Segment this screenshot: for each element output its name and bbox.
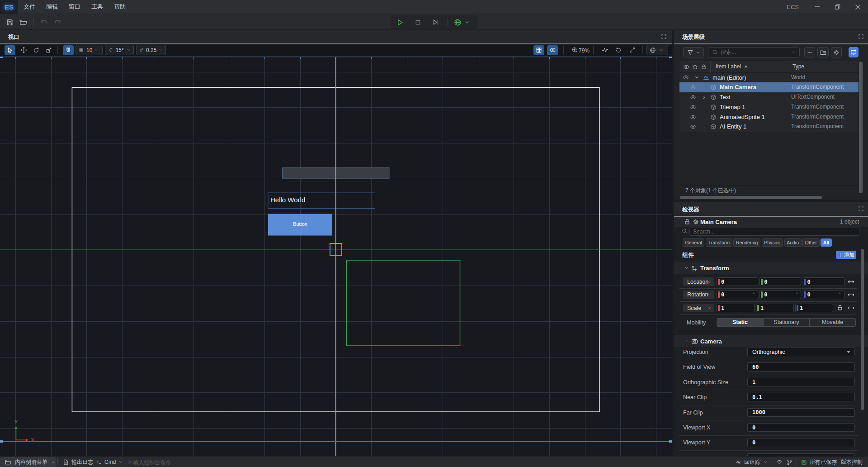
camera-field-dropdown[interactable]: Orthographic xyxy=(747,348,855,356)
add-component-button[interactable]: 添加 xyxy=(836,251,856,259)
type-column-header[interactable]: Type xyxy=(793,61,804,72)
transform-row-label-scale[interactable]: Scale xyxy=(683,304,714,312)
save-status[interactable]: 所有已保存 xyxy=(801,458,837,466)
camera-field-input[interactable]: 1000 xyxy=(747,408,855,417)
redo-button[interactable] xyxy=(52,17,62,27)
undo-button[interactable] xyxy=(39,17,49,27)
version-control-button[interactable]: 版本控制 xyxy=(841,458,863,466)
menu-item-0[interactable]: 文件 xyxy=(18,0,41,14)
add-folder-button[interactable] xyxy=(817,47,829,57)
transform-input[interactable]: 0 xyxy=(803,277,844,286)
console-command-input[interactable]: > 输入控制台命令 xyxy=(128,459,171,467)
tab-audio[interactable]: Audio xyxy=(784,238,802,247)
cmd-dropdown[interactable]: Cmd xyxy=(96,457,123,467)
content-drawer-button[interactable]: 内容侧滑菜单 xyxy=(0,457,56,467)
transform-input[interactable]: 1 xyxy=(756,304,794,312)
transform-input[interactable]: 1 xyxy=(717,304,755,312)
hierarchy-row[interactable]: TextUITextComponent xyxy=(679,92,859,102)
network-button[interactable] xyxy=(776,459,783,465)
tab-transform[interactable]: Transform xyxy=(706,238,732,247)
hierarchy-settings-button[interactable] xyxy=(831,47,842,57)
output-log-button[interactable]: 输出日志 xyxy=(63,457,93,467)
step-button[interactable] xyxy=(427,15,445,29)
tab-general[interactable]: General xyxy=(683,238,704,247)
camera-section-header[interactable]: Camera xyxy=(674,335,868,347)
chevron-right-icon[interactable] xyxy=(702,95,707,100)
ruler-handle[interactable] xyxy=(0,57,3,58)
restore-button[interactable] xyxy=(827,0,848,14)
hierarchy-horizontal-scrollbar[interactable] xyxy=(680,196,822,199)
transform-row-label-location[interactable]: Location xyxy=(683,277,714,286)
inspector-search-input[interactable]: Search... xyxy=(689,228,859,236)
grid-toggle-button[interactable] xyxy=(533,45,544,56)
display-toggle-button[interactable] xyxy=(849,47,859,57)
menu-item-2[interactable]: 窗口 xyxy=(63,0,86,14)
app-logo[interactable]: ES xyxy=(0,0,18,14)
hierarchy-row[interactable]: Tilemap 1TransformComponent xyxy=(679,102,859,112)
filter-button[interactable] xyxy=(683,47,704,57)
stop-button[interactable] xyxy=(409,15,427,29)
inspector-settings-button[interactable] xyxy=(693,219,699,225)
hierarchy-vertical-scrollbar[interactable] xyxy=(859,62,863,193)
select-tool-button[interactable] xyxy=(5,45,15,56)
hierarchy-row[interactable]: Main CameraTransformComponent xyxy=(679,82,859,92)
rotate-tool-button[interactable] xyxy=(31,45,42,56)
save-button[interactable] xyxy=(5,17,15,27)
transform-row-label-rotation[interactable]: Rotation xyxy=(683,291,714,299)
grid-snap-dropdown[interactable]: 10 xyxy=(75,45,103,55)
visibility-toggle-button[interactable] xyxy=(547,45,558,56)
tab-other[interactable]: Other xyxy=(802,238,819,247)
transform-input[interactable]: 0° xyxy=(760,291,801,299)
tab-rendering[interactable]: Rendering xyxy=(733,238,760,247)
menu-item-1[interactable]: 编辑 xyxy=(41,0,63,14)
camera-field-input[interactable]: 0 xyxy=(747,438,855,447)
link-icon[interactable] xyxy=(848,305,854,311)
eye-column-icon[interactable] xyxy=(683,64,689,70)
move-tool-button[interactable] xyxy=(18,45,29,56)
inspector-vertical-scrollbar[interactable] xyxy=(861,249,864,410)
rotation-snap-dropdown[interactable]: 15° xyxy=(105,45,134,55)
mobility-option-static[interactable]: Static xyxy=(717,319,763,326)
scale-tool-button[interactable] xyxy=(43,45,54,56)
hierarchy-search-input[interactable]: 搜索... xyxy=(708,47,800,57)
lock-column-icon[interactable] xyxy=(701,64,707,70)
transform-input[interactable]: 0 xyxy=(760,277,801,286)
camera-field-input[interactable]: 0 xyxy=(747,423,855,432)
menu-item-4[interactable]: 帮助 xyxy=(108,0,131,14)
star-column-icon[interactable] xyxy=(692,64,698,70)
inspector-maximize-button[interactable] xyxy=(858,206,864,212)
viewport-maximize-button[interactable] xyxy=(661,33,667,39)
close-button[interactable] xyxy=(848,0,868,14)
fit-view-button[interactable] xyxy=(627,45,637,56)
mobility-option-movable[interactable]: Movable xyxy=(809,319,855,326)
hierarchy-row[interactable]: AnimatedSprite 1TransformComponent xyxy=(679,112,859,122)
open-button[interactable] xyxy=(19,17,28,27)
hierarchy-row[interactable]: main (Editor)World xyxy=(679,73,859,83)
inspector-lock-button[interactable] xyxy=(684,219,690,225)
stats-button[interactable] xyxy=(599,45,610,56)
chevron-down-icon[interactable] xyxy=(694,75,699,80)
reset-view-button[interactable] xyxy=(613,45,624,56)
trace-dropdown[interactable]: 回追踪 xyxy=(736,458,768,466)
mobility-option-stationary[interactable]: Stationary xyxy=(763,319,809,326)
branch-button[interactable] xyxy=(787,459,793,465)
link-icon[interactable] xyxy=(848,278,854,285)
tab-physics[interactable]: Physics xyxy=(762,238,783,247)
menu-item-3[interactable]: 工具 xyxy=(86,0,108,14)
scale-lock-button[interactable] xyxy=(837,305,843,311)
hierarchy-row[interactable]: AI Entity 1TransformComponent xyxy=(679,122,859,132)
minimize-button[interactable] xyxy=(807,0,827,14)
tab-all[interactable]: All xyxy=(821,238,831,247)
transform-input[interactable]: 1 xyxy=(795,304,833,312)
transform-section-header[interactable]: Transform xyxy=(674,262,868,274)
world-dropdown[interactable] xyxy=(464,19,470,25)
transform-input[interactable]: 0 xyxy=(717,277,758,286)
camera-field-input[interactable]: 1 xyxy=(747,378,855,386)
ruler-handle[interactable] xyxy=(0,440,3,443)
world-run-button[interactable] xyxy=(451,15,464,29)
snap-toggle-button[interactable] xyxy=(63,45,74,56)
viewport-canvas[interactable]: Hello WorldButtonYX xyxy=(0,57,672,456)
camera-field-input[interactable]: 60 xyxy=(747,362,855,371)
camera-field-input[interactable]: 0.1 xyxy=(747,393,855,401)
link-icon[interactable] xyxy=(848,291,854,298)
